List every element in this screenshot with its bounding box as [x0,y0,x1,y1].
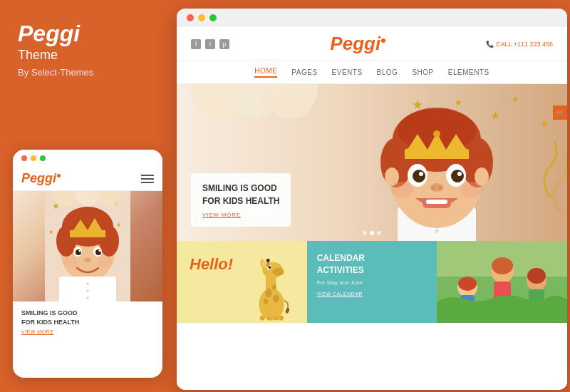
desktop-top-bar [177,9,567,27]
svg-point-92 [492,257,513,274]
call-info: 📞 CALL +111 223 456 [486,41,553,48]
svg-point-11 [99,225,119,257]
mobile-view-more-link[interactable]: VIEW MORE [21,329,154,334]
calendar-card-content: CALENDARACTIVITIES For May and June VIEW… [307,241,437,308]
svg-point-77 [263,299,267,304]
nav-home[interactable]: HOME [254,67,277,78]
svg-point-70 [269,267,270,267]
svg-point-97 [527,268,546,284]
site-logo: Peggi [330,33,385,55]
hero-section: ★ ★ ★ ★ ★ ★ ★ [177,84,567,241]
mobile-dot-green [40,155,46,161]
nav-blog[interactable]: BLOG [377,68,398,76]
svg-point-74 [266,259,269,262]
desktop-dot-red [187,14,194,21]
svg-point-16 [79,250,81,252]
svg-point-48 [433,130,440,138]
desktop-mockup: f t p Peggi 📞 CALL +111 223 456 HOME PAG… [177,9,567,390]
svg-point-88 [458,277,477,291]
calendar-view-link[interactable]: VIEW CALENDAR [317,292,428,296]
svg-point-58 [431,186,435,190]
svg-rect-82 [279,316,283,320]
mobile-dot-yellow [31,155,36,161]
social-icons: f t p [191,39,229,49]
svg-point-19 [63,257,77,267]
site-nav: HOME PAGES EVENTS BLOG SHOP ELEMENTS [177,61,567,84]
brand-subtitle: Theme [18,48,157,63]
site-header: f t p Peggi 📞 CALL +111 223 456 [177,27,567,61]
mobile-top-bar [13,150,162,167]
brand-name: Peggi [18,21,157,46]
svg-point-75 [265,289,272,298]
mobile-dot-red [21,155,27,161]
cart-button[interactable]: 🛒 [553,105,567,120]
nav-shop[interactable]: SHOP [412,68,433,76]
svg-point-55 [419,172,423,176]
svg-point-24 [86,289,89,292]
calendar-card: CALENDARACTIVITIES For May and June VIEW… [307,241,437,323]
brand-author: By Select-Themes [18,67,157,78]
hero-view-more-link[interactable]: VIEW MORE [202,212,279,218]
svg-point-62 [390,182,413,197]
mobile-hero-image: ★ ★ ★ ★ [13,191,162,301]
svg-rect-81 [274,317,278,321]
twitter-icon[interactable]: t [205,39,215,49]
svg-point-17 [99,250,101,252]
carousel-dot-1[interactable] [363,231,367,235]
svg-rect-79 [260,316,264,320]
svg-point-25 [86,296,89,299]
svg-text:★: ★ [540,118,549,129]
desktop-dot-green [209,14,217,21]
svg-point-67 [272,268,284,276]
svg-text:★: ★ [116,222,121,228]
svg-point-54 [451,170,464,182]
svg-point-59 [438,186,442,190]
svg-point-18 [84,258,91,262]
svg-point-56 [457,172,462,176]
svg-point-40 [435,229,439,233]
mobile-hero-heading: SMILING IS GOODFOR KIDS HEALTH [21,309,154,326]
pinterest-icon[interactable]: p [219,39,229,49]
carousel-dots [363,231,381,235]
nav-pages[interactable]: PAGES [291,68,317,76]
hero-text-overlay: SMILING IS GOODFOR KIDS HEALTH VIEW MORE [191,173,291,227]
svg-point-23 [86,282,89,285]
svg-point-63 [460,182,483,197]
svg-point-53 [413,170,425,182]
call-icon: 📞 [486,41,496,48]
svg-text:★: ★ [455,98,462,108]
svg-point-10 [56,225,76,257]
kids-photo-card [437,241,567,323]
hello-text: Hello! [190,255,233,274]
svg-rect-61 [426,200,447,204]
svg-text:★: ★ [490,110,500,122]
svg-point-83 [284,307,289,314]
calendar-subtitle: For May and June [317,279,428,286]
desktop-content: f t p Peggi 📞 CALL +111 223 456 HOME PAG… [177,27,567,387]
svg-rect-80 [266,317,271,321]
cards-row: Hello! [177,241,567,323]
calendar-activities-title: CALENDARACTIVITIES [317,252,428,277]
facebook-icon[interactable]: f [191,39,201,49]
hero-heading: SMILING IS GOODFOR KIDS HEALTH [202,182,279,207]
svg-point-78 [271,284,276,290]
svg-text:★: ★ [48,229,53,235]
desktop-dot-yellow [198,14,205,21]
svg-text:★: ★ [512,94,519,104]
giraffe-card: Hello! [177,241,307,323]
mobile-mockup: Peggi ★ ★ ★ ★ [13,150,162,378]
mobile-hamburger-icon[interactable] [141,175,154,183]
mobile-nav: Peggi [13,167,162,191]
carousel-dot-2[interactable] [370,231,374,235]
nav-events[interactable]: EVENTS [332,68,363,76]
svg-point-20 [98,257,113,267]
carousel-dot-3[interactable] [377,231,381,235]
mobile-logo: Peggi [21,171,61,186]
mobile-hero-text: SMILING IS GOODFOR KIDS HEALTH VIEW MORE [13,301,162,339]
svg-point-76 [273,294,279,302]
nav-elements[interactable]: ELEMENTS [448,68,489,76]
